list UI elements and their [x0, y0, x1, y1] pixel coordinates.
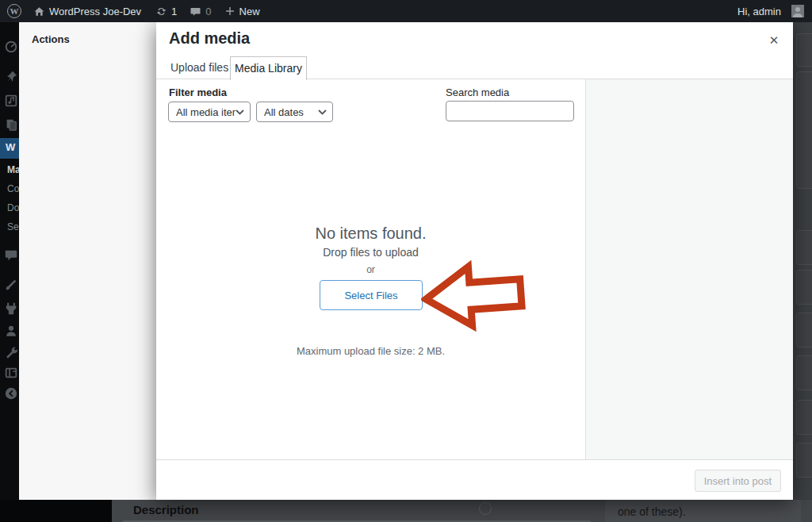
chevron-down-icon	[236, 109, 244, 115]
close-icon[interactable]: ✕	[763, 29, 785, 52]
search-media-input[interactable]	[446, 101, 574, 121]
collapse-menu-icon[interactable]	[4, 386, 18, 401]
actions-metabox-panel: Actions	[19, 22, 156, 500]
update-count: 1	[171, 6, 177, 17]
filter-media-label: Filter media	[169, 86, 227, 98]
tab-media-library[interactable]: Media Library	[230, 56, 307, 80]
posts-pin-icon[interactable]	[4, 70, 18, 84]
dimmed-panel-box	[796, 33, 812, 67]
dimmed-background-bottom: Description one of these).	[0, 500, 812, 522]
dimmed-panel-box	[796, 270, 812, 305]
dashboard-icon[interactable]	[4, 40, 18, 54]
attachment-details-sidebar	[585, 79, 793, 459]
comment-bubble-icon	[190, 6, 201, 17]
comments-link[interactable]: 0	[190, 6, 211, 17]
max-upload-size-note: Maximum upload file size: 2 MB.	[156, 345, 585, 357]
select-files-button[interactable]: Select Files	[320, 280, 423, 310]
dimmed-background-right	[793, 22, 812, 500]
dimmed-panel-box	[796, 71, 812, 189]
media-icon[interactable]	[4, 94, 18, 108]
home-icon	[33, 6, 45, 17]
dimmed-admin-menu-bottom	[0, 500, 112, 522]
account-menu[interactable]: Hi, admin	[737, 5, 812, 17]
update-icon	[155, 6, 167, 17]
site-name: WordPress Joe-Dev	[49, 6, 141, 17]
dimmed-panel-box	[796, 355, 812, 390]
insert-into-post-button[interactable]: Insert into post	[695, 470, 781, 492]
admin-bar: W WordPress Joe-Dev 1 0 New Hi, admin	[0, 0, 812, 22]
media-type-select[interactable]: All media items	[168, 102, 251, 122]
comments-icon[interactable]	[4, 248, 18, 263]
dimmed-panel-box	[796, 443, 812, 478]
dimmed-sidebar-box: one of these).	[605, 500, 801, 522]
description-metabox-title: Description	[133, 503, 199, 516]
drop-files-hint: Drop files to upload	[156, 246, 585, 259]
pages-icon[interactable]	[4, 117, 18, 132]
submenu-item-1[interactable]: Ma	[7, 164, 19, 175]
site-link[interactable]: WordPress Joe-Dev	[33, 6, 141, 17]
dimmed-panel-box	[796, 400, 812, 435]
new-content-link[interactable]: New	[224, 6, 260, 17]
modal-title: Add media	[169, 29, 250, 48]
comment-count: 0	[205, 6, 211, 17]
avatar	[791, 5, 804, 17]
settings-icon[interactable]	[4, 366, 18, 380]
submenu-item-2[interactable]: Co	[7, 183, 19, 194]
modal-footer: Insert into post	[156, 459, 793, 500]
active-plugin-letter: W	[6, 141, 15, 153]
dimmed-panel-box	[796, 230, 812, 265]
date-filter-value: All dates	[264, 106, 318, 118]
no-items-message: No items found.	[156, 225, 585, 243]
partial-background-text: one of these).	[618, 505, 686, 518]
help-icon	[479, 502, 492, 515]
wordpress-logo-icon[interactable]: W	[7, 4, 21, 18]
users-icon[interactable]	[4, 324, 18, 338]
greeting-text: Hi, admin	[737, 6, 781, 17]
search-media-label: Search media	[446, 86, 509, 98]
appearance-brush-icon[interactable]	[4, 278, 18, 292]
plus-icon	[224, 6, 236, 17]
date-filter-select[interactable]: All dates	[256, 102, 333, 122]
dimmed-panel-box	[796, 313, 812, 347]
actions-metabox-title: Actions	[32, 33, 70, 45]
submenu-item-3[interactable]: Do	[7, 202, 19, 213]
submenu-item-4[interactable]: Se	[7, 221, 19, 232]
tab-upload-files[interactable]: Upload files	[170, 61, 228, 74]
new-label: New	[239, 6, 260, 17]
add-media-modal: Add media ✕ Upload files Media Library F…	[156, 22, 793, 500]
tools-wrench-icon[interactable]	[4, 345, 18, 359]
or-separator: or	[156, 264, 585, 275]
chevron-down-icon	[318, 109, 327, 115]
media-type-value: All media items	[176, 106, 236, 118]
active-plugin-menu-item[interactable]: W	[0, 138, 19, 159]
plugins-plug-icon[interactable]	[4, 301, 18, 316]
admin-menu-strip: W Ma Co Do Se	[0, 22, 19, 500]
updates-link[interactable]: 1	[155, 6, 177, 17]
